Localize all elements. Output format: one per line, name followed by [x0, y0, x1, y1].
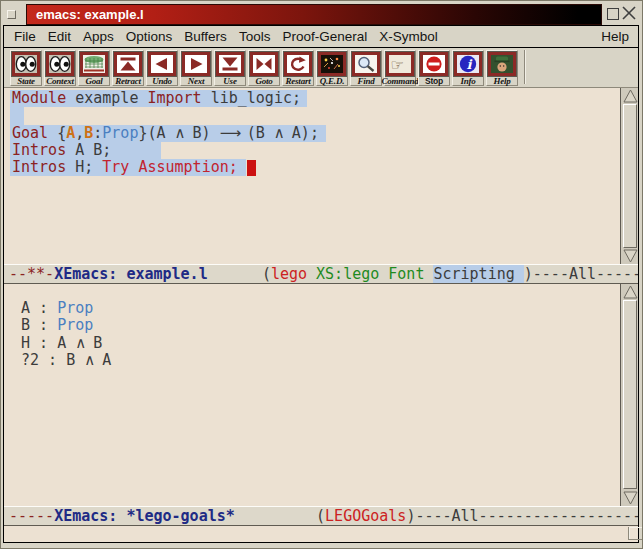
script-line: Intros A B; — [4, 142, 620, 159]
window-titlebar[interactable]: emacs: example.l — [26, 4, 602, 25]
toolbar-button-label: Goto — [255, 76, 272, 86]
undo-left-icon — [148, 52, 176, 76]
toolbar-button-context[interactable]: Context — [44, 50, 76, 86]
toolbar: StateContextGoalRetractUndoNextUseGotoRe… — [4, 48, 639, 88]
maximize-button[interactable] — [607, 8, 619, 20]
toolbar-button-label: Undo — [152, 76, 172, 86]
retract-top-icon — [114, 52, 142, 76]
scroll-up-icon[interactable] — [623, 89, 638, 103]
scrollbar-thumb[interactable] — [623, 104, 637, 248]
script-line: Intros H; Try Assumption; — [4, 159, 620, 176]
goto-bowtie-icon — [250, 52, 278, 76]
toolbar-button-goto[interactable]: Goto — [248, 50, 280, 86]
stop-sign-icon — [420, 52, 448, 76]
toolbar-button-help[interactable]: Help — [486, 50, 518, 86]
command-hand-icon: ☞ — [386, 52, 414, 76]
script-line: Module example Import lib_logic; — [4, 90, 620, 107]
find-magnifier-icon — [352, 52, 380, 76]
goals-scrollbar[interactable] — [620, 284, 639, 506]
scrollbar-thumb[interactable] — [623, 300, 637, 489]
toolbar-button-label: Goal — [85, 76, 102, 86]
goals-line: H : A ∧ B — [4, 335, 620, 352]
menu-file[interactable]: File — [12, 29, 38, 44]
close-icon — [621, 5, 637, 21]
menu-tools[interactable]: Tools — [237, 29, 273, 44]
menu-proof-general[interactable]: Proof-General — [280, 29, 369, 44]
script-scrollbar[interactable] — [620, 88, 639, 264]
menu-x-symbol[interactable]: X-Symbol — [377, 29, 440, 44]
help-officer-icon — [488, 52, 516, 76]
close-button[interactable] — [621, 5, 637, 21]
toolbar-button-label: Use — [223, 76, 236, 86]
toolbar-button-q-e-d[interactable]: Q.E.D. — [316, 50, 348, 86]
resize-handle[interactable] — [628, 527, 642, 540]
toolbar-button-info[interactable]: iInfo — [452, 50, 484, 86]
goals-buffer-window[interactable]: A : Prop B : Prop H : A ∧ B ?2 : B ∧ A — [4, 284, 620, 506]
scroll-up-icon[interactable] — [623, 285, 638, 299]
toolbar-button-restart[interactable]: Restart — [282, 50, 314, 86]
toolbar-button-label: Restart — [285, 76, 310, 86]
menu-apps[interactable]: Apps — [81, 29, 116, 44]
text-cursor — [247, 160, 256, 176]
locked-region-highlight — [10, 107, 24, 124]
scroll-down-icon[interactable] — [623, 249, 638, 263]
goals-line: B : Prop — [4, 317, 620, 334]
script-line: Goal {A,B:Prop}(A ∧ B) ⟶ (B ∧ A); — [4, 125, 620, 142]
menu-buffers[interactable]: Buffers — [182, 29, 229, 44]
toolbar-button-goal[interactable]: Goal — [78, 50, 110, 86]
eyes-icon — [12, 52, 40, 76]
eyes-icon — [46, 52, 74, 76]
qed-fireworks-icon — [318, 52, 346, 76]
modeline-goals-buffer[interactable]: -----XEmacs: *lego-goals* (LEGOGoals)---… — [4, 506, 639, 526]
goals-line: ?2 : B ∧ A — [4, 352, 620, 369]
minibuffer[interactable] — [4, 526, 639, 543]
menu-options[interactable]: Options — [124, 29, 175, 44]
toolbar-button-label: Stop — [425, 76, 443, 86]
toolbar-button-label: Q.E.D. — [320, 76, 345, 86]
toolbar-button-undo[interactable]: Undo — [146, 50, 178, 86]
toolbar-button-command[interactable]: ☞Command — [384, 50, 416, 86]
info-circle-icon: i — [454, 52, 482, 76]
script-line — [4, 107, 620, 124]
restart-cycle-icon — [284, 52, 312, 76]
toolbar-button-label: Context — [46, 76, 74, 86]
menubar: FileEditAppsOptionsBuffersToolsProof-Gen… — [4, 26, 639, 48]
toolbar-button-use[interactable]: Use — [214, 50, 246, 86]
toolbar-button-stop[interactable]: Stop — [418, 50, 450, 86]
modeline-script-buffer[interactable]: --**-XEmacs: example.l (lego XS:lego Fon… — [4, 264, 639, 284]
toolbar-button-label: Find — [357, 76, 374, 86]
scroll-down-icon[interactable] — [623, 491, 638, 505]
use-bottom-icon — [216, 52, 244, 76]
window-title: emacs: example.l — [36, 7, 144, 22]
toolbar-button-label: State — [17, 76, 35, 86]
menu-edit[interactable]: Edit — [46, 29, 73, 44]
toolbar-button-find[interactable]: Find — [350, 50, 382, 86]
toolbar-button-label: Info — [460, 76, 475, 86]
goal-net-icon — [80, 52, 108, 76]
toolbar-button-state[interactable]: State — [10, 50, 42, 86]
svg-text:☞: ☞ — [391, 56, 404, 74]
toolbar-button-retract[interactable]: Retract — [112, 50, 144, 86]
toolbar-button-next[interactable]: Next — [180, 50, 212, 86]
toolbar-separator — [524, 50, 526, 84]
xemacs-window: emacs: example.l FileEditAppsOptionsBuff… — [0, 0, 643, 549]
window-menu-icon[interactable] — [7, 10, 16, 19]
toolbar-button-label: Command — [381, 76, 418, 86]
toolbar-button-label: Help — [493, 76, 510, 86]
script-buffer-window[interactable]: Module example Import lib_logic;Goal {A,… — [4, 88, 620, 264]
next-right-icon — [182, 52, 210, 76]
goals-line: A : Prop — [4, 300, 620, 317]
menu-help[interactable]: Help — [599, 29, 631, 44]
toolbar-button-label: Retract — [115, 76, 141, 86]
toolbar-button-label: Next — [188, 76, 205, 86]
